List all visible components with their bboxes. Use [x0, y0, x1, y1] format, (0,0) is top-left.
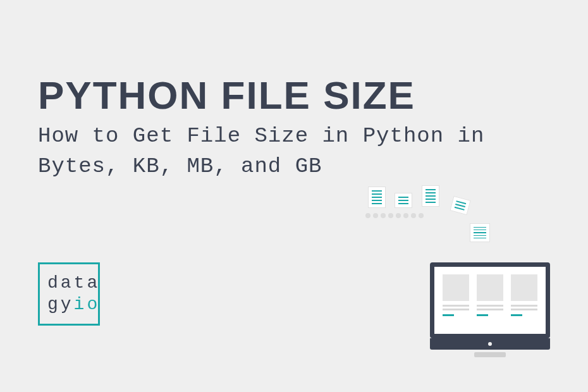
hero-illustration — [348, 180, 550, 357]
logo-text-line1: data — [47, 273, 98, 294]
logo-text-line2: gyio — [47, 294, 98, 315]
document-icon — [368, 187, 386, 208]
document-icon — [422, 185, 439, 207]
document-icon — [395, 193, 412, 208]
thumbnail-icon — [477, 274, 503, 326]
thumbnail-icon — [511, 274, 537, 326]
page-title: PYTHON FILE SIZE — [38, 76, 550, 115]
document-icon — [450, 196, 470, 215]
monitor-base — [474, 352, 506, 357]
decorative-dots — [365, 213, 424, 218]
monitor-icon — [430, 262, 550, 357]
monitor-screen — [430, 262, 550, 338]
thumbnail-icon — [443, 274, 469, 326]
brand-logo: data gyio — [38, 262, 100, 326]
page-subtitle: How to Get File Size in Python in Bytes,… — [38, 121, 518, 181]
document-icon — [470, 223, 490, 242]
monitor-stand — [430, 338, 550, 350]
